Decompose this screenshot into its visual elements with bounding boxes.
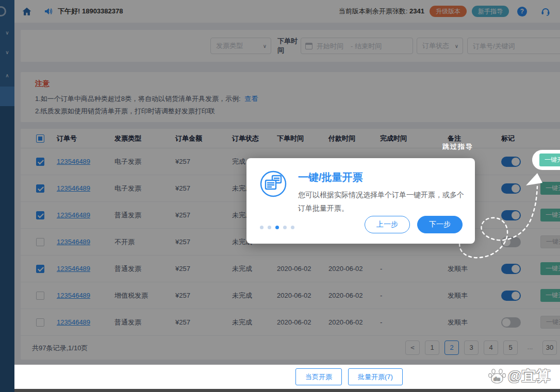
bottom-action-bar: 当页开票 批量开票(7) du @宜算 [14,365,560,389]
step-dot [268,226,271,229]
tutorial-title: 一键/批量开票 [298,171,363,184]
prev-step-button[interactable]: 上一步 [365,216,410,233]
step-dots [260,226,294,229]
step-dot [283,226,287,229]
step-dot [291,226,294,229]
invoice-stack-icon [259,169,288,200]
invoice-current-page-button[interactable]: 当页开票 [295,368,342,385]
skip-guide-link[interactable]: 跳过指导 [442,142,473,151]
tutorial-modal: 一键/批量开票 您可以根据实际情况选择单个订单一键开票，或多个订单批量开票。 上… [246,158,475,244]
tutorial-spotlight: 一键开票 [532,150,560,170]
step-dot [260,226,263,229]
one-click-invoice-button[interactable]: 一键开票 [539,154,560,166]
tutorial-body: 您可以根据实际情况选择单个订单一键开票，或多个订单批量开票。 [298,188,468,215]
paw-icon: du [487,366,507,386]
next-step-button[interactable]: 下一步 [417,216,463,233]
batch-invoice-button[interactable]: 批量开票(7) [348,368,403,385]
svg-text:du: du [493,377,500,382]
app-window: ∨ ∨ ∧ 下午好! 18903382378 当前版本剩余开票张数: 2341 … [0,0,560,392]
step-dot [275,226,279,229]
watermark-text: @宜算 [508,367,551,385]
watermark: du @宜算 [487,366,551,386]
